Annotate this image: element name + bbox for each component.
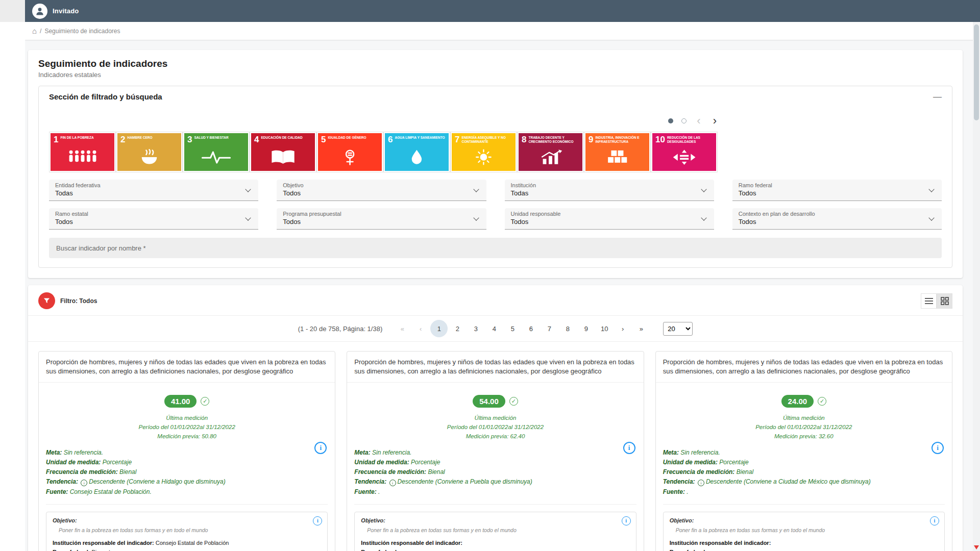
sdg-number: 6 — [388, 135, 393, 144]
next-page-button[interactable]: › — [614, 320, 631, 337]
page-button-3[interactable]: 3 — [467, 320, 484, 337]
breadcrumb-separator: / — [40, 28, 41, 35]
list-view-button[interactable] — [921, 293, 937, 309]
sdg-number: 9 — [589, 135, 593, 144]
trend-down-icon: ↓ — [81, 480, 87, 486]
search-placeholder: Buscar indicador por nombre * — [56, 244, 146, 252]
detail-line: Meta: Sin referencia. — [46, 448, 307, 458]
first-page-button[interactable]: « — [394, 320, 411, 337]
objective-label: Objetivo: — [361, 517, 629, 523]
sdg-tile-1[interactable]: 1FIN DE LA POBREZA — [49, 132, 116, 172]
card-field: Institución responsable del indicador: — [361, 538, 629, 547]
select-ramo-federal[interactable]: Ramo federalTodos — [732, 180, 942, 201]
page-button-9[interactable]: 9 — [577, 320, 595, 337]
detail-value: Descendente (Conviene a Ciudad de México… — [706, 478, 871, 485]
carousel-next-icon[interactable]: › — [711, 115, 719, 127]
detail-line: Meta: Sin referencia. — [354, 448, 616, 458]
page-button-1[interactable]: 1 — [430, 320, 448, 337]
detail-value: Consejo Estatal de Población. — [70, 488, 152, 495]
page-button-4[interactable]: 4 — [485, 320, 503, 337]
detail-label: Unidad de medida: — [354, 459, 409, 466]
check-circle-icon: ✓ — [509, 397, 518, 406]
select-objetivo[interactable]: ObjetivoTodos — [277, 180, 486, 201]
scrollbar-thumb[interactable] — [974, 24, 979, 120]
page-button-2[interactable]: 2 — [449, 320, 466, 337]
carousel-prev-icon[interactable]: ‹ — [695, 115, 702, 127]
trend-down-icon: ↓ — [698, 480, 704, 486]
last-page-button[interactable]: » — [632, 320, 650, 337]
objective-label: Objetivo: — [53, 517, 321, 523]
page-button-5[interactable]: 5 — [504, 320, 521, 337]
prev-page-button[interactable]: ‹ — [412, 320, 429, 337]
sidebar-toggle-area[interactable] — [0, 0, 25, 22]
page-button-6[interactable]: 6 — [522, 320, 540, 337]
select-institucion[interactable]: InstituciónTodas — [505, 180, 714, 201]
indicator-value-badge: 24.00 — [781, 395, 814, 408]
pagination: (1 - 20 de 758, Página: 1/38) «‹12345678… — [28, 315, 963, 342]
page-button-10[interactable]: 10 — [596, 320, 613, 337]
sdg-tile-3[interactable]: 3SALUD Y BIENESTAR — [183, 132, 250, 172]
select-entidad-federativa[interactable]: Entidad federativaTodas — [49, 180, 258, 201]
gender-icon — [321, 144, 379, 170]
grid-icon — [941, 297, 949, 305]
grid-view-button[interactable] — [937, 293, 952, 309]
sdg-tile-5[interactable]: 5IGUALDAD DE GÉNERO — [316, 132, 383, 172]
detail-line: Meta: Sin referencia. — [663, 448, 924, 458]
detail-value: Sin referencia. — [64, 449, 103, 456]
carousel-controls: ‹ › — [49, 115, 719, 127]
filter-selects: Entidad federativaTodasObjetivoTodosInst… — [49, 180, 942, 230]
pagination-controls: «‹12345678910›» — [394, 320, 650, 337]
search-indicator-field[interactable]: Buscar indicador por nombre * — [49, 238, 942, 258]
card-field: Institución responsable del indicador: C… — [53, 538, 321, 547]
page-size-select[interactable]: 20 — [663, 322, 693, 336]
sdg-tile-6[interactable]: 6AGUA LIMPIA Y SANEAMIENTO — [383, 132, 450, 172]
sdg-tile-7[interactable]: 7ENERGÍA ASEQUIBLE Y NO CONTAMINANTE — [450, 132, 517, 172]
collapse-filter-button[interactable]: — — [933, 92, 942, 101]
breadcrumb-current[interactable]: Seguimiento de indicadores — [44, 28, 120, 35]
objective-box: Objetivo:iPoner fin a la pobreza en toda… — [354, 512, 636, 551]
sdg-label: REDUCCIÓN DE LAS DESIGUALDADES — [667, 136, 713, 144]
detail-line: Tendencia: ↓Descendente (Conviene a Hida… — [46, 477, 307, 487]
select-value: Todas — [511, 189, 708, 197]
page-button-7[interactable]: 7 — [541, 320, 558, 337]
content-area: Seguimiento de indicadores Indicadores e… — [25, 40, 980, 551]
card-field: Ramo federal: — [670, 547, 938, 551]
user-avatar-icon[interactable] — [32, 4, 47, 19]
app-root: Invitado ⌂ / Seguimiento de indicadores … — [0, 0, 980, 551]
scrollbar[interactable] — [973, 22, 980, 551]
measure-block: Última mediciónPeríodo del 01/01/2022al … — [354, 414, 636, 441]
info-icon[interactable]: i — [313, 516, 322, 525]
detail-label: Tendencia: — [663, 478, 695, 485]
sdg-number: 3 — [187, 135, 192, 144]
carousel-dot-1[interactable] — [668, 118, 673, 123]
equality-icon — [655, 144, 713, 170]
home-icon[interactable]: ⌂ — [32, 27, 37, 35]
previous-measure: Medición previa: 32.60 — [663, 432, 945, 441]
sdg-tile-9[interactable]: 9INDUSTRIA, INNOVACIÓN E INFRAESTRUCTURA — [584, 132, 651, 172]
sdg-tile-8[interactable]: 8TRABAJO DECENTE Y CRECIMIENTO ECONÓMICO — [517, 132, 584, 172]
sdg-label: EDUCACIÓN DE CALIDAD — [261, 136, 302, 140]
info-icon[interactable]: i — [623, 442, 635, 454]
select-programa-presupuestal[interactable]: Programa presupuestalTodos — [277, 208, 486, 230]
carousel-dot-2[interactable] — [681, 118, 687, 123]
sdg-tile-10[interactable]: 10REDUCCIÓN DE LAS DESIGUALDADES — [651, 132, 718, 172]
scroll-down-arrow-icon[interactable] — [974, 545, 979, 549]
detail-value: Porcentaje — [103, 459, 132, 466]
sdg-tile-2[interactable]: 2HAMBRE CERO — [116, 132, 183, 172]
select-unidad-responsable[interactable]: Unidad responsableTodos — [505, 208, 714, 230]
select-ramo-estatal[interactable]: Ramo estatalTodos — [49, 208, 258, 230]
info-icon[interactable]: i — [622, 516, 631, 525]
detail-value: Porcentaje — [719, 459, 748, 466]
sdg-label: FIN DE LA POBREZA — [60, 136, 93, 140]
select-contexto-en-plan-de-desarrollo[interactable]: Contexto en plan de desarrolloTodos — [732, 208, 942, 230]
detail-value: Bienal — [737, 468, 753, 475]
sdg-tile-4[interactable]: 4EDUCACIÓN DE CALIDAD — [250, 132, 316, 172]
results-toolbar: Filtro: Todos — [28, 292, 963, 315]
indicator-card-2: Proporción de hombres, mujeres y niños d… — [347, 351, 644, 551]
sdg-label: ENERGÍA ASEQUIBLE Y NO CONTAMINANTE — [461, 136, 512, 144]
select-label: Unidad responsable — [511, 211, 708, 217]
detail-label: Frecuencia de medición: — [46, 468, 118, 475]
info-icon[interactable]: i — [930, 516, 939, 525]
indicator-value-badge: 54.00 — [473, 395, 505, 408]
page-button-8[interactable]: 8 — [559, 320, 576, 337]
